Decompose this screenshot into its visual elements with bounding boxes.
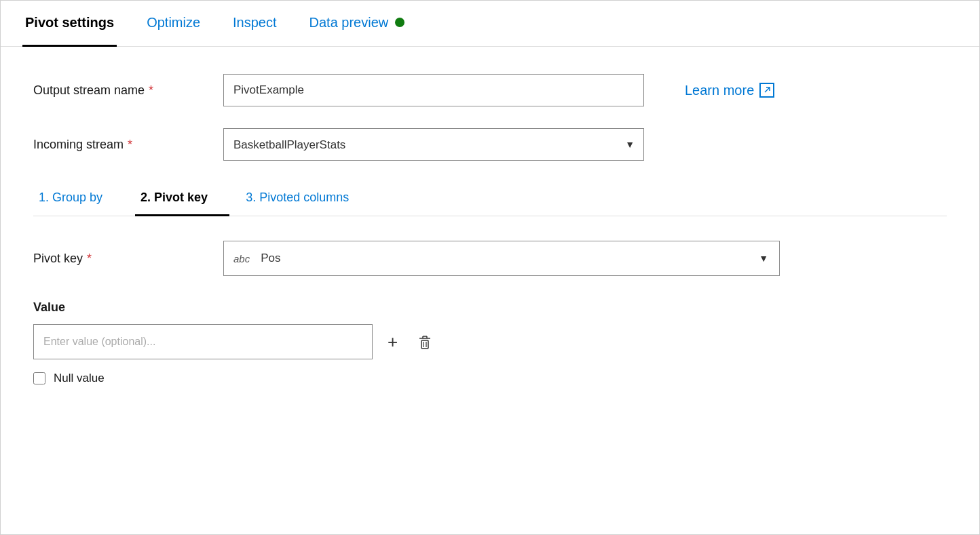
null-value-checkbox[interactable] — [33, 372, 45, 384]
tab-optimize[interactable]: Optimize — [144, 1, 203, 47]
content-area: Output stream name * Learn more Incoming… — [1, 47, 979, 412]
tab-data-preview[interactable]: Data preview — [307, 1, 408, 47]
tab-inspect[interactable]: Inspect — [230, 1, 279, 47]
add-value-button[interactable]: + — [385, 329, 400, 355]
pivot-key-section: Pivot key * abc Pos ▼ Value + — [33, 216, 947, 385]
tab-bar: Pivot settings Optimize Inspect Data pre… — [1, 1, 979, 47]
pivot-key-select-wrapper[interactable]: abc Pos ▼ — [223, 241, 780, 276]
value-section: Value + — [33, 300, 947, 385]
pivot-key-row: Pivot key * abc Pos ▼ — [33, 241, 947, 276]
incoming-stream-label: Incoming stream * — [33, 138, 223, 152]
output-stream-label: Output stream name * — [33, 83, 223, 98]
sub-tab-bar: 1. Group by 2. Pivot key 3. Pivoted colu… — [33, 182, 947, 216]
pivot-key-label: Pivot key * — [33, 252, 223, 266]
svg-rect-1 — [421, 340, 428, 349]
sub-tab-group-by[interactable]: 1. Group by — [33, 182, 124, 216]
learn-more-link[interactable]: Learn more — [685, 83, 774, 98]
svg-line-0 — [765, 87, 770, 92]
value-section-label: Value — [33, 300, 947, 315]
pivot-key-required: * — [87, 252, 92, 266]
pivot-key-prefix: abc — [233, 253, 250, 264]
pivot-key-select[interactable]: abc Pos ▼ — [223, 241, 780, 276]
pivot-key-chevron: ▼ — [759, 253, 768, 264]
null-value-label: Null value — [54, 372, 105, 385]
incoming-stream-select-wrapper: BasketballPlayerStats ▼ — [223, 128, 644, 161]
tab-pivot-settings[interactable]: Pivot settings — [22, 1, 117, 47]
sub-tab-pivoted-columns[interactable]: 3. Pivoted columns — [240, 182, 371, 216]
null-value-row: Null value — [33, 372, 947, 385]
output-stream-input[interactable] — [223, 74, 644, 106]
incoming-stream-select[interactable]: BasketballPlayerStats — [223, 128, 644, 161]
data-preview-dot — [395, 18, 404, 27]
incoming-stream-required: * — [128, 138, 132, 152]
output-stream-row: Output stream name * Learn more — [33, 74, 947, 106]
incoming-stream-row: Incoming stream * BasketballPlayerStats … — [33, 128, 947, 161]
value-input-row: + — [33, 324, 947, 359]
delete-value-button[interactable] — [413, 330, 437, 354]
external-link-icon — [759, 83, 774, 98]
output-stream-required: * — [149, 83, 153, 98]
sub-tab-pivot-key[interactable]: 2. Pivot key — [135, 182, 229, 216]
pivot-settings-panel: Pivot settings Optimize Inspect Data pre… — [0, 0, 980, 535]
value-input[interactable] — [33, 324, 373, 359]
